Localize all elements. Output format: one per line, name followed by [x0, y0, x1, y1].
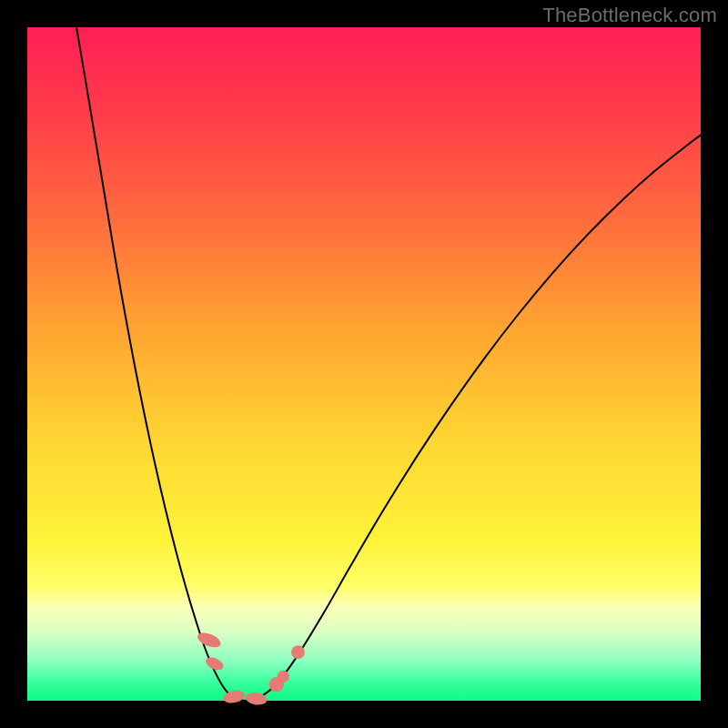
bottleneck-chart: [0, 0, 728, 728]
watermark-label: TheBottleneck.com: [542, 4, 717, 27]
plot-background: [27, 27, 701, 701]
marker-dot-5: [278, 671, 289, 682]
marker-dot-6: [291, 645, 305, 659]
chart-frame: TheBottleneck.com: [0, 0, 728, 728]
